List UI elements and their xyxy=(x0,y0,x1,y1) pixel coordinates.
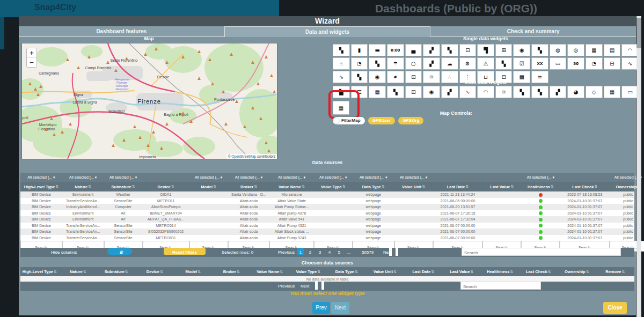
filter-broker[interactable]: All selected (... ▾ xyxy=(228,173,270,182)
filter-nature[interactable]: All selected (... ▾ xyxy=(62,173,104,182)
area-chart-widget-icon[interactable]: ≋ xyxy=(495,86,513,98)
filter-value-name[interactable]: All selected (... ▾ xyxy=(269,173,313,182)
chosen-header-last-date[interactable]: Last Date⇅ xyxy=(404,267,443,276)
gpsorg-button[interactable]: GPSOrg xyxy=(398,117,423,124)
osm-link[interactable]: OpenStreetMap xyxy=(231,154,256,158)
chosen-header-healthiness[interactable]: Healthiness⇅ xyxy=(481,267,519,276)
filter-high-level-type[interactable]: All selected (... ▾ xyxy=(20,173,62,182)
table-b-widget-icon[interactable]: ▦ xyxy=(604,86,621,98)
chosen-header-device[interactable]: Device⇅ xyxy=(136,267,174,276)
table-row[interactable]: BIM DeviceTransferServiceAn...SensorSite… xyxy=(20,235,634,241)
filtermap-button[interactable]: FilterMap xyxy=(333,117,365,124)
page-number-50579[interactable]: 50579 xyxy=(357,248,378,255)
table-row[interactable]: BIM DeviceEnvironmentAirARPAT_QA_FI-BAS.… xyxy=(20,216,634,223)
pagination-handle[interactable] xyxy=(315,282,318,290)
multi-ra-map-widget-icon[interactable]: ▚ xyxy=(531,86,548,98)
impulse-widget-widget-icon[interactable]: ☂ xyxy=(387,57,404,70)
map-f-widget-icon[interactable]: ▞ xyxy=(423,57,440,70)
button-widget-widget-icon[interactable]: ☝ xyxy=(333,57,350,70)
range-slider-widget-icon[interactable]: ▭ xyxy=(550,57,567,70)
gps-tracker-widget-icon[interactable]: ◉ xyxy=(513,44,530,56)
label-widget-widget-icon[interactable]: ▬ xyxy=(369,44,386,56)
filter-subnature[interactable]: All selected (... ▾ xyxy=(104,173,143,182)
chosen-search-input[interactable] xyxy=(461,283,540,290)
table-search-input[interactable] xyxy=(462,249,620,256)
chosen-header-last-value[interactable]: Last Value⇅ xyxy=(443,267,481,276)
tab-data-and-widgets[interactable]: Data and widgets xyxy=(224,26,431,37)
tab-check-and-summary[interactable]: Check and summary xyxy=(430,26,636,37)
columns-gear-button[interactable]: ⚙▴ xyxy=(107,248,132,255)
radar-chart-widget-icon[interactable]: ◇ xyxy=(586,86,603,98)
pagination-handle[interactable] xyxy=(396,248,398,256)
map-link-widget-icon[interactable]: ▜ xyxy=(477,44,494,56)
column-header-device[interactable]: Device⇅ xyxy=(143,182,189,191)
chosen-previous[interactable]: Previous xyxy=(278,282,295,291)
reset-filters-button[interactable]: Reset filters xyxy=(164,248,206,255)
chosen-header-remove[interactable]: Remove⇅ xyxy=(596,267,635,276)
map-view-widget-icon[interactable]: ▚ xyxy=(333,44,350,56)
column-header-value-name[interactable]: Value Name⇅ xyxy=(269,182,313,191)
clock-widget-widget-icon[interactable]: 0:00 xyxy=(387,44,404,56)
zoom-in-button[interactable]: + xyxy=(27,48,36,58)
table-row[interactable]: BIM DeviceEnvironmentAirIBIMET_SMART04Al… xyxy=(20,210,634,217)
table-row[interactable]: BIM DeviceTransferServiceAn...SensorSite… xyxy=(20,228,634,235)
table-edit-widget-icon[interactable]: ▦ xyxy=(333,101,349,115)
vigilance-realtime-widget-icon[interactable]: ◍ xyxy=(550,44,567,56)
pagination-handle[interactable] xyxy=(389,248,392,256)
table-row[interactable]: BIM DeviceTransferServiceAn...SensorSite… xyxy=(20,223,634,229)
gpsuser-button[interactable]: GPSUser xyxy=(368,117,396,124)
vigilance-widget-icon[interactable]: ◎ xyxy=(567,44,584,56)
keyword-widget-widget-icon[interactable]: XX xyxy=(531,57,548,70)
scrollbar-thumb[interactable] xyxy=(636,18,641,48)
single-bar-widget-icon[interactable]: ▮ xyxy=(351,44,368,56)
page-number-2[interactable]: 2 xyxy=(306,248,314,255)
column-header-subnature[interactable]: Subnature⇅ xyxy=(104,182,143,191)
column-header-last-check[interactable]: Last Check⇅ xyxy=(560,182,610,191)
chosen-header-value-unit[interactable]: Value Unit⇅ xyxy=(366,267,405,276)
page-number-...[interactable]: ... xyxy=(345,248,353,255)
switch-widget-widget-icon[interactable]: ○ xyxy=(405,57,422,70)
transport-widget-widget-icon[interactable]: ⊟ xyxy=(604,57,621,70)
speed-limit-widget-icon[interactable]: 50 xyxy=(567,57,584,70)
horizontal-bars-widget-icon[interactable]: ☰ xyxy=(351,86,368,98)
table-row[interactable]: BIM DeviceIndustryAndManuf...ComputerAlt… xyxy=(20,204,634,210)
process-check-widget-icon[interactable]: ⚙ xyxy=(459,57,477,70)
page-number-5[interactable]: 5 xyxy=(335,248,343,255)
bar-line-chart-widget-icon[interactable]: ▙ xyxy=(333,86,350,98)
chosen-header-ownership[interactable]: Ownership⇅ xyxy=(558,267,596,276)
page-number-1[interactable]: 1 xyxy=(297,248,304,255)
chosen-header-value-name[interactable]: Value Name⇅ xyxy=(251,267,289,276)
weather-widget-widget-icon[interactable]: ☁ xyxy=(441,57,458,70)
column-header-value-type[interactable]: Value Type⇅ xyxy=(314,182,353,191)
zoom-out-button[interactable]: − xyxy=(27,58,36,67)
page-scrollbar[interactable] xyxy=(636,16,641,317)
tech-map-widget-icon[interactable]: ▞ xyxy=(550,86,567,98)
filter-value-type[interactable]: All selected (... ▾ xyxy=(314,173,353,182)
table-row[interactable]: BIM DeviceEnvironmentWeatherDIDA1Santa V… xyxy=(20,191,634,198)
map-c-widget-icon[interactable]: ▚ xyxy=(441,44,458,56)
map-e-widget-icon[interactable]: ▚ xyxy=(369,57,386,70)
hide-columns-button[interactable]: Hide columns xyxy=(51,248,77,257)
window-multi-widget-icon[interactable]: ⊡ xyxy=(405,86,422,98)
map-b-widget-icon[interactable]: ▞ xyxy=(423,44,440,56)
column-header-high-level-type[interactable]: High-Level Type⇅ xyxy=(20,182,62,191)
table-grid-widget-icon[interactable]: ⊞ xyxy=(495,44,513,56)
data-table-widget-icon[interactable]: ▦ xyxy=(369,86,386,98)
map-g-widget-icon[interactable]: ▚ xyxy=(495,57,513,70)
page-number-3[interactable]: 3 xyxy=(316,248,324,255)
chosen-header-data-type[interactable]: Data Type⇅ xyxy=(327,267,366,276)
chosen-header-high-level-type[interactable]: High-Level Type⇅ xyxy=(20,267,59,276)
filter-value-unit[interactable]: All selected (... ▾ xyxy=(394,173,433,182)
banner-widget-widget-icon[interactable]: ▄ xyxy=(405,44,422,56)
column-header-broker[interactable]: Broker⇅ xyxy=(228,182,270,191)
filter-healthiness[interactable]: All selected (... ▾ xyxy=(521,173,560,182)
chosen-header-model[interactable]: Model⇅ xyxy=(174,267,213,276)
map-multi-widget-icon[interactable]: ▚ xyxy=(387,86,404,98)
next-button[interactable]: Next xyxy=(331,302,349,314)
column-header-model[interactable]: Model⇅ xyxy=(189,182,228,191)
chosen-header-value-type[interactable]: Value Type⇅ xyxy=(289,267,328,276)
external-content-widget-icon[interactable]: ⊡ xyxy=(459,44,477,56)
alarm-widget-widget-icon[interactable]: ⚠ xyxy=(477,57,494,70)
pin-map-widget-icon[interactable]: ◉ xyxy=(423,86,440,98)
column-header-value-unit[interactable]: Value Unit⇅ xyxy=(394,182,433,191)
